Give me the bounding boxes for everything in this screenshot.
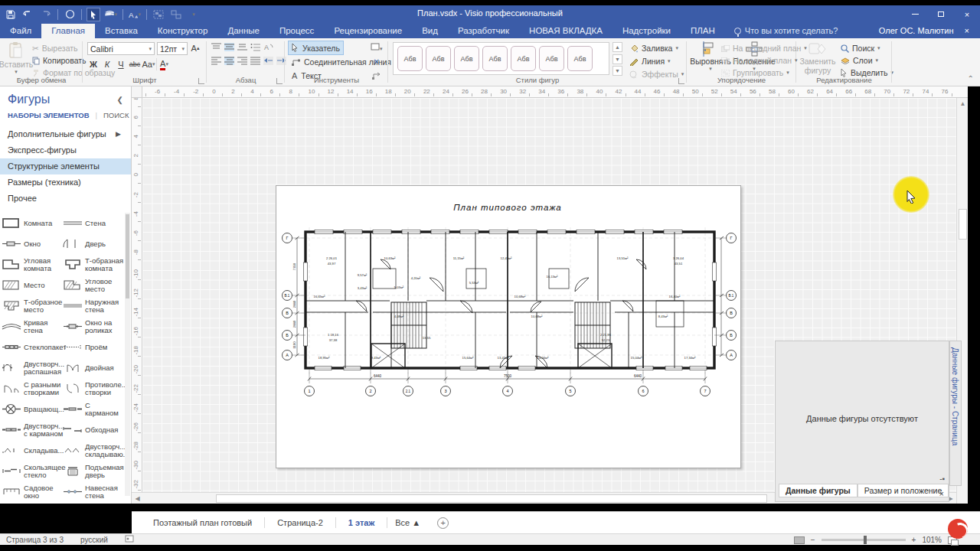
zoom-slider[interactable]	[822, 539, 906, 541]
vscroll-thumb[interactable]	[959, 209, 967, 240]
tell-me-box[interactable]: Что вы хотите сделать?	[725, 26, 848, 38]
italic-button[interactable]: К	[101, 58, 113, 70]
shape-window[interactable]: Окно	[2, 233, 63, 254]
tab-разработчик[interactable]: Разработчик	[448, 24, 519, 38]
tab-вид[interactable]: Вид	[412, 24, 448, 38]
styles-scroll-down[interactable]: ▼	[612, 54, 622, 64]
add-page-button[interactable]: +	[437, 517, 449, 529]
shape-curved-wall[interactable]: Кривая стена	[2, 316, 63, 337]
align-middle-icon[interactable]	[224, 43, 234, 51]
align-bottom-icon[interactable]	[237, 43, 247, 51]
bold-button[interactable]: Ж	[87, 58, 100, 70]
restore-button[interactable]	[928, 5, 954, 23]
paste-button[interactable]: Вставить▾	[3, 41, 29, 75]
tab-stencil-sets[interactable]: НАБОРЫ ЭЛЕМЕНТОВ	[8, 111, 90, 119]
font-dialog-launcher[interactable]	[198, 78, 204, 84]
font-color-button[interactable]: A▾	[156, 58, 168, 70]
text-rotate-icon[interactable]: A	[263, 43, 273, 51]
shape-wall[interactable]: Стена	[63, 213, 124, 233]
align-right-icon[interactable]	[237, 57, 247, 65]
collapse-ribbon-chevron[interactable]: ⌃	[968, 74, 974, 83]
tab-вставка[interactable]: Вставка	[95, 24, 148, 38]
tab-план[interactable]: ПЛАН	[681, 24, 725, 38]
shape-garden[interactable]: Садовое окно	[2, 481, 63, 502]
tab-главная[interactable]: Главная	[41, 24, 95, 38]
bring-to-front-button[interactable]: На передний план▾	[721, 42, 807, 54]
shape-style-swatch[interactable]: Абв	[397, 46, 423, 71]
minimize-button[interactable]	[902, 5, 928, 23]
shape-pocket[interactable]: С карманом	[63, 399, 124, 419]
shape-glazed-wall[interactable]: Остеклённая стена	[2, 502, 63, 504]
page-tab-1[interactable]: Поэтажный план готовый	[141, 518, 264, 527]
decrease-indent-icon[interactable]	[263, 57, 273, 65]
paragraph-dialog-launcher[interactable]	[276, 78, 283, 84]
close-panel-icon[interactable]: ×	[939, 489, 944, 498]
underline-button[interactable]: Ч	[115, 58, 127, 70]
grow-font-button[interactable]: A▴	[189, 42, 201, 54]
drawing-page[interactable]: План типового этажа	[276, 185, 741, 468]
styles-scroll-up[interactable]: ▲	[612, 42, 622, 52]
shape-curtain[interactable]: Навесная стена	[63, 481, 124, 502]
shape-slab[interactable]: Плита	[63, 502, 124, 504]
shape-style-swatch[interactable]: Абв	[567, 46, 593, 71]
change-case-button[interactable]: Aa▾	[142, 58, 155, 70]
pin-panel-icon[interactable]: -▪	[939, 474, 945, 483]
copy-button[interactable]: Копировать	[32, 54, 87, 67]
send-to-back-button[interactable]: На задний план▾	[721, 54, 798, 67]
stencil-item[interactable]: Размеры (техника)	[0, 174, 132, 191]
tab-shape-data[interactable]: Данные фигуры	[779, 484, 858, 497]
zoom-in-button[interactable]: +	[912, 536, 916, 544]
shape-overhead[interactable]: Подъемная дверь	[63, 461, 124, 481]
fill-button[interactable]: Заливка▾	[629, 42, 678, 54]
hscroll-thumb[interactable]	[216, 494, 767, 503]
presentation-mode-icon[interactable]	[794, 536, 805, 544]
shape-door[interactable]: Дверь	[63, 233, 124, 254]
layers-button[interactable]: Слои▾	[841, 54, 878, 67]
shape-place[interactable]: Место	[2, 275, 63, 295]
shape-dbl-swing[interactable]: Двустворч... распашная	[2, 357, 63, 378]
zoom-out-button[interactable]: −	[811, 536, 815, 544]
shape-ext-wall[interactable]: Наружная стена	[63, 295, 124, 316]
scroll-down-arrow[interactable]: ▼	[957, 503, 968, 504]
shape-data-side-tab[interactable]: Данные фигуры - Страница	[949, 341, 962, 486]
stencil-item[interactable]: Прочее	[0, 191, 132, 207]
shape-dbl-pocket[interactable]: Двустворч... с карманом	[2, 419, 63, 440]
tab-file[interactable]: Файл	[0, 24, 41, 38]
tab-надстройки[interactable]: Надстройки	[612, 24, 681, 38]
styles-more-button[interactable]: ▼	[612, 66, 622, 76]
tab-рецензирование[interactable]: Рецензирование	[324, 24, 412, 38]
close-button[interactable]: ×	[954, 5, 980, 23]
shape-corner-room[interactable]: Угловая комната	[2, 254, 63, 275]
font-size-combo[interactable]: 12пт▾	[157, 42, 188, 55]
rectangle-tool-button[interactable]: ▾	[371, 43, 383, 52]
tab-данные[interactable]: Данные	[217, 24, 270, 38]
shape-opp-leaves[interactable]: Противоле... створки	[63, 378, 124, 399]
stencil-item[interactable]: Структурные элементы	[0, 158, 132, 174]
shape-room[interactable]: Комната	[2, 213, 63, 233]
shape-folding[interactable]: Складыва...	[2, 440, 63, 461]
line-button[interactable]: Линия▾	[629, 55, 671, 67]
user-name[interactable]: Олег ОС. Малютин	[879, 26, 954, 35]
tab-новая-вкладка[interactable]: НОВАЯ ВКЛАДКА	[519, 24, 612, 38]
align-left-icon[interactable]	[211, 57, 221, 65]
bullets-icon[interactable]	[250, 43, 260, 51]
shape-sliding[interactable]: Скользящее стекло	[2, 461, 63, 481]
tab-процесс[interactable]: Процесс	[270, 24, 324, 38]
shape-diff-leaves[interactable]: С разными створками	[2, 378, 63, 399]
zoom-slider-thumb[interactable]	[864, 536, 867, 544]
stencil-item[interactable]: Экспресс-фигуры	[0, 142, 132, 158]
justify-icon[interactable]	[250, 57, 260, 65]
stencil-item[interactable]: Дополнительные фигуры▶	[0, 126, 132, 142]
shape-corner-place[interactable]: Угловое место	[63, 275, 124, 295]
align-top-icon[interactable]	[211, 43, 221, 51]
shape-style-swatch[interactable]: Абв	[426, 46, 451, 71]
close-pane-icon[interactable]: ×	[965, 26, 969, 35]
pointer-tool-button[interactable]: Указатель	[289, 41, 343, 54]
tab-size-position[interactable]: Размер и положение	[858, 484, 949, 497]
collapse-shapes-panel-icon[interactable]: ❮	[117, 96, 123, 104]
tab-search-shapes[interactable]: ПОИСК	[103, 111, 129, 119]
status-page-indicator[interactable]: Страница 3 из 3	[6, 536, 64, 544]
align-center-icon[interactable]	[224, 57, 234, 65]
shape-t-place[interactable]: Т-образное место	[2, 295, 63, 316]
scroll-left-arrow[interactable]: ◀	[132, 493, 143, 504]
